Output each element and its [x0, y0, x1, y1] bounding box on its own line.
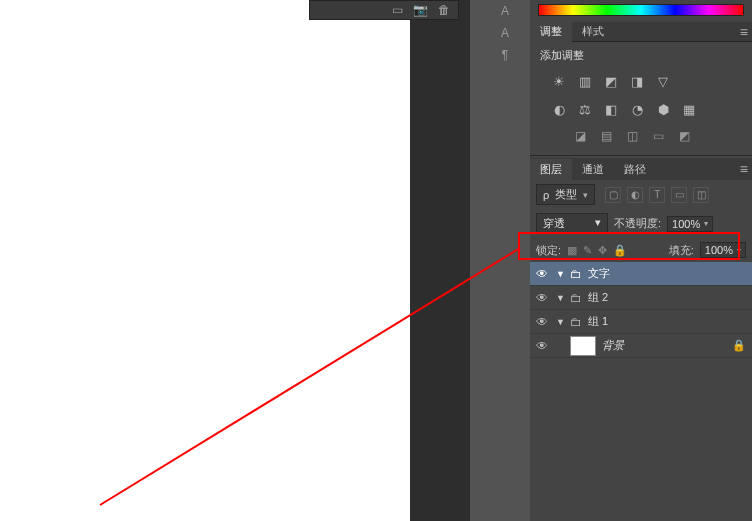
lock-all-icon[interactable]: 🔒	[613, 244, 627, 257]
layers-menu-icon[interactable]: ≡	[740, 161, 748, 177]
selective-color-icon[interactable]: ◩	[679, 129, 695, 143]
levels-icon[interactable]: ▥	[576, 73, 594, 89]
layer-name: 组 1	[588, 314, 608, 329]
folder-icon: 🗀	[570, 267, 582, 281]
layer-thumbnail	[570, 336, 596, 356]
tab-channels[interactable]: 通道	[572, 159, 614, 180]
visibility-icon[interactable]: 👁	[536, 339, 550, 353]
layer-group-1[interactable]: 👁 ▼ 🗀 组 1	[530, 310, 752, 334]
channel-mixer-icon[interactable]: ⬢	[654, 101, 672, 117]
bw-icon[interactable]: ◧	[602, 101, 620, 117]
hue-icon[interactable]: ◐	[550, 101, 568, 117]
type-tools: A A ¶	[495, 0, 515, 62]
disclosure-icon[interactable]: ▼	[556, 269, 564, 279]
vibrance-icon[interactable]: ▽	[654, 73, 672, 89]
chevron-down-icon: ▾	[737, 246, 741, 255]
disclosure-icon[interactable]: ▼	[556, 293, 564, 303]
filter-adjust-icon[interactable]: ◐	[627, 187, 643, 203]
fill-input[interactable]: 100% ▾	[700, 242, 746, 258]
fill-value: 100%	[705, 244, 733, 256]
trash-icon[interactable]: 🗑	[438, 3, 450, 17]
visibility-icon[interactable]: 👁	[536, 315, 550, 329]
gradient-map-icon[interactable]: ▭	[653, 129, 669, 143]
threshold-icon[interactable]: ◫	[627, 129, 643, 143]
filter-shape-icon[interactable]: ▭	[671, 187, 687, 203]
filter-pixel-icon[interactable]: ▢	[605, 187, 621, 203]
visibility-icon[interactable]: 👁	[536, 267, 550, 281]
lock-transparency-icon[interactable]: ▩	[567, 244, 577, 257]
layer-name: 背景	[602, 338, 624, 353]
color-spectrum[interactable]	[538, 4, 744, 16]
divider	[530, 155, 752, 156]
floating-toolbar: ▭ 📷 🗑	[309, 0, 459, 20]
blend-mode-select[interactable]: 穿透 ▾	[536, 213, 608, 234]
layer-group-2[interactable]: 👁 ▼ 🗀 组 2	[530, 286, 752, 310]
chevron-down-icon: ▾	[595, 216, 601, 231]
filter-icons: ▢ ◐ T ▭ ◫	[605, 187, 709, 203]
layer-name: 文字	[588, 266, 610, 281]
folder-icon: 🗀	[570, 315, 582, 329]
lock-position-icon[interactable]: ✥	[598, 244, 607, 257]
tab-paths[interactable]: 路径	[614, 159, 656, 180]
disclosure-icon[interactable]: ▼	[556, 317, 564, 327]
photo-filter-icon[interactable]: ◔	[628, 101, 646, 117]
filter-p-icon: ρ	[543, 189, 549, 201]
type-a-icon-2[interactable]: A	[495, 26, 515, 40]
lock-icons: ▩ ✎ ✥ 🔒	[567, 244, 627, 257]
layers-panel-header: 图层 通道 路径 ≡	[530, 158, 752, 180]
brightness-icon[interactable]: ☀	[550, 73, 568, 89]
pasteboard	[410, 0, 470, 521]
filter-type-select[interactable]: ρ 类型 ▾	[536, 184, 595, 205]
balance-icon[interactable]: ⚖	[576, 101, 594, 117]
adjustment-icons-row3: ◪ ▤ ◫ ▭ ◩	[530, 125, 752, 153]
lock-row: 锁定: ▩ ✎ ✥ 🔒 填充: 100% ▾	[530, 238, 752, 262]
layers-list: 👁 ▼ 🗀 文字 👁 ▼ 🗀 组 2 👁 ▼ 🗀 组 1 👁 背景 🔒	[530, 262, 752, 358]
type-a-icon[interactable]: A	[495, 4, 515, 18]
panels-area: 调整 样式 ≡ 添加调整 ☀ ▥ ◩ ◨ ▽ ◐ ⚖ ◧ ◔ ⬢ ▦ ◪ ▤ ◫…	[530, 0, 752, 521]
adjustment-icons-row1: ☀ ▥ ◩ ◨ ▽	[530, 69, 752, 97]
lut-icon[interactable]: ▦	[680, 101, 698, 117]
filter-type-label: 类型	[555, 187, 577, 202]
doc-icon[interactable]: ▭	[392, 3, 403, 17]
layer-background[interactable]: 👁 背景 🔒	[530, 334, 752, 358]
chevron-down-icon: ▾	[583, 190, 588, 200]
curves-icon[interactable]: ◩	[602, 73, 620, 89]
filter-type-icon[interactable]: T	[649, 187, 665, 203]
folder-icon: 🗀	[570, 291, 582, 305]
layer-filter-row: ρ 类型 ▾ ▢ ◐ T ▭ ◫	[530, 180, 752, 209]
posterize-icon[interactable]: ▤	[601, 129, 617, 143]
lock-icon: 🔒	[732, 339, 746, 352]
camera-icon[interactable]: 📷	[413, 3, 428, 17]
tab-styles[interactable]: 样式	[572, 21, 614, 42]
adjustment-icons-row2: ◐ ⚖ ◧ ◔ ⬢ ▦	[530, 97, 752, 125]
paragraph-icon[interactable]: ¶	[495, 48, 515, 62]
canvas[interactable]	[0, 0, 410, 521]
opacity-input[interactable]: 100% ▾	[667, 216, 713, 232]
adjustments-panel-header: 调整 样式 ≡	[530, 22, 752, 42]
tab-layers[interactable]: 图层	[530, 159, 572, 180]
blend-mode-value: 穿透	[543, 216, 565, 231]
fill-label: 填充:	[669, 243, 694, 258]
lock-pixels-icon[interactable]: ✎	[583, 244, 592, 257]
invert-icon[interactable]: ◪	[575, 129, 591, 143]
add-adjustment-label: 添加调整	[530, 42, 752, 69]
filter-smart-icon[interactable]: ◫	[693, 187, 709, 203]
blend-row: 穿透 ▾ 不透明度: 100% ▾	[530, 209, 752, 238]
layer-name: 组 2	[588, 290, 608, 305]
visibility-icon[interactable]: 👁	[536, 291, 550, 305]
opacity-value: 100%	[672, 218, 700, 230]
tab-adjustments[interactable]: 调整	[530, 21, 572, 42]
lock-label: 锁定:	[536, 243, 561, 258]
panel-menu-icon[interactable]: ≡	[740, 24, 748, 40]
opacity-label: 不透明度:	[614, 216, 661, 231]
chevron-down-icon: ▾	[704, 219, 708, 228]
exposure-icon[interactable]: ◨	[628, 73, 646, 89]
layer-group-text[interactable]: 👁 ▼ 🗀 文字	[530, 262, 752, 286]
